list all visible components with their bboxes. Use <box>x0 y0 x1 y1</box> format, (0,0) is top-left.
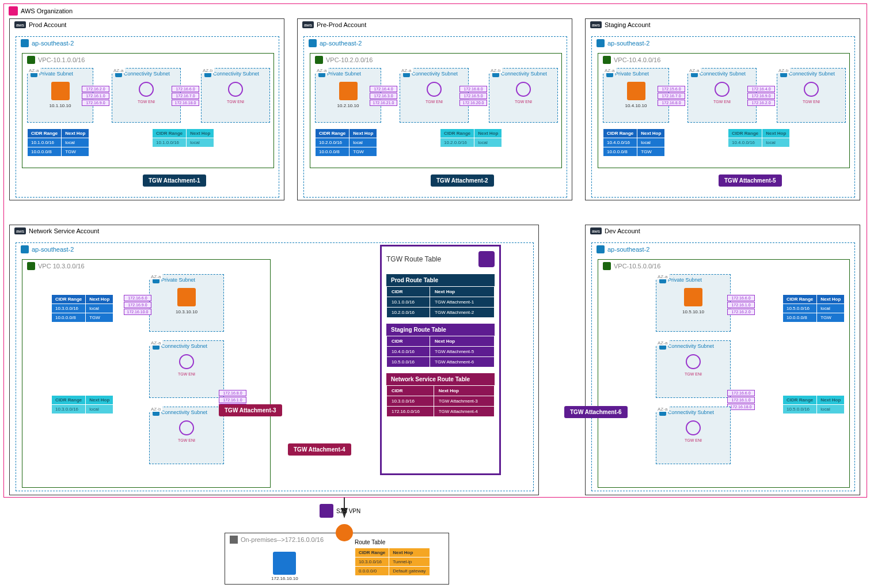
prod-region-text: ap-southeast-2 <box>32 40 74 47</box>
rt-cell: local <box>637 138 665 147</box>
subnet-text: Private Subnet <box>615 71 649 77</box>
rt-cell: TGW <box>62 147 89 157</box>
region-icon <box>597 39 605 47</box>
rt-cell: 10.1.0.0/16 <box>153 138 187 147</box>
ip-chip: 172.16.1.0 <box>727 302 755 308</box>
region-title: ap-southeast-2 <box>592 243 854 256</box>
region-text: ap-southeast-2 <box>32 246 74 253</box>
conn-subnet-text: Connectivity Subnet <box>124 71 170 77</box>
tgw-eni-label: TGW ENI <box>489 100 557 104</box>
dev-chips2: 172.16.6.0 172.16.1.0 172.16.18.0 <box>727 389 755 411</box>
ip-chip: 172.16.7.0 <box>172 93 199 99</box>
ip-chip: 172.16.7.0 <box>658 93 685 99</box>
rt-header: Next Hop <box>86 396 113 405</box>
tgw-attachment-2: TGW Attachment-2 <box>431 174 494 187</box>
ip-chip: 172.16.4.0 <box>370 86 397 92</box>
prod-rt-section: Prod Route Table <box>386 274 495 286</box>
vpc-text: VPC 10.3.0.0/16 <box>38 263 85 270</box>
onprem-rt-title: Route Table <box>355 539 385 545</box>
rt-header: CIDR Range <box>440 129 474 138</box>
router-icon <box>336 524 353 541</box>
aws-icon: aws <box>14 21 26 28</box>
ip-chip: 172.16.9.0 <box>124 302 151 308</box>
network-conn-b: AZ-b Connectivity Subnet TGW ENI <box>149 407 224 464</box>
dev-vpc: VPC-10.5.0.0/16 AZ-a Private Subnet 10.5… <box>598 259 850 488</box>
ip-chip: 172.15.6.0 <box>658 86 685 92</box>
dev-conn-b: AZ-a Connectivity Subnet TGW ENI <box>656 407 731 464</box>
region-icon <box>21 39 29 47</box>
onprem-ip: 172.16.10.10 <box>271 576 298 581</box>
staging-title-text: Staging Account <box>605 21 651 28</box>
rt-cell: TGW Attachment-2 <box>430 308 495 318</box>
ec2-ip: 10.3.10.10 <box>150 309 223 314</box>
dev-region: ap-southeast-2 VPC-10.5.0.0/16 AZ-a Priv… <box>591 242 855 491</box>
az-label: AZ-b <box>777 68 790 73</box>
rt-header: CIDR <box>387 287 430 297</box>
ip-chip: 172.16.8.0 <box>219 390 246 396</box>
onprem-rt: CIDR RangeNext Hop 10.3.0.0/16Tunnel-ip … <box>355 548 430 576</box>
rt-cell: 10.3.0.0/16 <box>52 405 86 414</box>
dev-account-box: aws Dev Account ap-southeast-2 VPC-10.5.… <box>585 225 860 495</box>
ip-chip: 172.16.1.0 <box>727 397 755 403</box>
vpn-label: S2S VPN <box>336 508 360 514</box>
rt-cell: 10.1.0.0/16 <box>28 138 62 147</box>
rt-cell: 10.0.0.0/8 <box>52 313 86 323</box>
subnet-text: Connectivity Subnet <box>789 71 835 77</box>
rt-cell: local <box>86 405 113 414</box>
tgw-prod-rt: CIDRNext Hop 10.1.0.0/16TGW Attachment-1… <box>386 286 495 318</box>
staging-chips-a: 172.15.6.0 172.16.7.0 172.16.8.0 <box>657 85 686 107</box>
ip-chip: 172.16.3.0 <box>370 93 397 99</box>
preprod-az-b-conn: AZ-b Connectivity Subnet TGW ENI <box>489 68 558 123</box>
prod-title-text: Prod Account <box>29 21 66 28</box>
vpc-icon <box>603 262 611 270</box>
rt-cell: local <box>86 304 113 313</box>
server-icon <box>273 552 296 575</box>
rt-cell: Default gateway <box>389 567 430 576</box>
az-label: AZ-a <box>603 68 616 73</box>
rt-cell: 10.3.0.0/16 <box>355 557 389 567</box>
rt-cell: local <box>762 138 790 147</box>
rt-cell: TGW Attachment-6 <box>430 357 495 367</box>
staging-chips-b: 172.16.4.0 172.16.9.0 172.16.2.0 <box>747 85 776 107</box>
tgw-route-table-box: TGW Route Table Prod Route Table CIDRNex… <box>380 245 501 475</box>
prod-chips-b: 172.16.6.0 172.16.7.0 172.16.18.0 <box>171 85 200 107</box>
tgw-eni-label: TGW ENI <box>112 100 180 104</box>
ip-chip: 172.16.9.0 <box>82 100 109 106</box>
prod-az-b-conn: AZ-b Connectivity Subnet TGW ENI <box>201 68 270 123</box>
rt-header: Next Hop <box>349 129 377 138</box>
ec2-ip: 10.5.10.10 <box>656 309 730 314</box>
rt-cell: TGW <box>637 147 665 157</box>
rt-header: Next Hop <box>474 129 502 138</box>
ip-chip: 172.16.21.0 <box>370 100 397 106</box>
tgw-attachment-6: TGW Attachment-6 <box>564 406 628 418</box>
rt-cell: 10.0.0.0/8 <box>28 147 62 157</box>
rt-cell: 10.2.0.0/16 <box>316 138 349 147</box>
vpc-icon <box>27 262 35 270</box>
ip-chip: 172.16.18.0 <box>172 100 199 106</box>
ip-chip: 172.16.2.0 <box>747 100 775 106</box>
vpc-icon <box>603 56 611 64</box>
tgw-eni-icon <box>228 82 243 97</box>
ip-chip: 172.16.8.0 <box>658 100 685 106</box>
staging-title: aws Staging Account <box>586 19 860 31</box>
rt-cell: 10.3.0.0/16 <box>387 396 434 407</box>
rt-cell: local <box>817 304 845 313</box>
prod-rt1: CIDR RangeNext Hop 10.1.0.0/16local 10.0… <box>27 128 89 157</box>
org-title: AWS Organization <box>4 4 867 18</box>
vpc-text: VPC-10.5.0.0/16 <box>614 263 660 270</box>
az-label: AZ-a <box>149 340 162 346</box>
tgw-eni-label: TGW ENI <box>150 372 223 376</box>
staging-az-a-conn: AZ-a Connectivity Subnet TGW ENI <box>687 68 757 123</box>
tgw-network-rt: CIDRNext Hop 10.3.0.0/16TGW Attachment-3… <box>386 385 495 417</box>
rt-cell: 10.5.0.0/16 <box>783 405 817 414</box>
ip-chip: 172.16.1.0 <box>82 93 109 99</box>
subnet-text: Connectivity Subnet <box>412 71 458 77</box>
rt-cell: 10.5.0.0/16 <box>783 304 817 313</box>
tgw-eni-label: TGW ENI <box>777 100 845 104</box>
region-text: ap-southeast-2 <box>607 246 649 253</box>
ip-chip: 172.16.6.0 <box>124 295 151 301</box>
tgw-eni-icon <box>516 82 531 97</box>
region-text: ap-southeast-2 <box>607 40 649 47</box>
vpc-title: VPC 10.3.0.0/16 <box>22 260 270 272</box>
vpc-text: VPC-10.2.0.0/16 <box>326 56 373 63</box>
